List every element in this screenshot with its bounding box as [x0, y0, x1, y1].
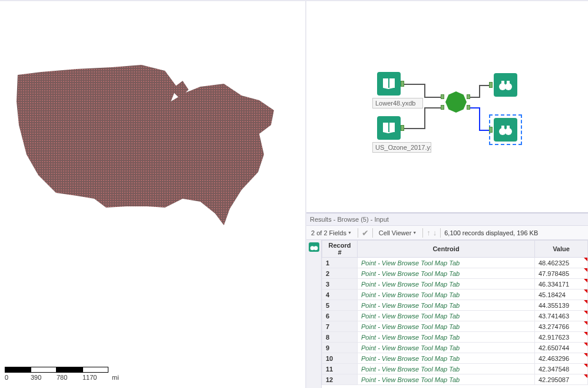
column-header-record[interactable]: Record # — [322, 241, 358, 258]
map-scale-bar: 0 390 780 1170 mi — [5, 367, 119, 384]
column-header-value[interactable]: Value — [535, 241, 588, 258]
browse-tool-top[interactable] — [494, 73, 517, 97]
svg-rect-4 — [501, 81, 504, 84]
table-row[interactable]: 9Point - View Browse Tool Map Tab42.6507… — [322, 343, 588, 353]
input-label-lower48: Lower48.yxdb — [372, 98, 423, 108]
jump-up-button[interactable]: ↑ — [427, 228, 431, 237]
connector — [479, 107, 480, 130]
input-label-usozone: US_Ozone_2017.yxdb — [372, 142, 431, 153]
connector — [470, 107, 480, 108]
browse-tool-bottom[interactable] — [494, 118, 517, 142]
table-row[interactable]: 3Point - View Browse Tool Map Tab46.3341… — [322, 279, 588, 290]
truncation-notch-icon — [584, 311, 587, 314]
value-cell[interactable]: 42.917623 — [535, 332, 588, 343]
value-cell[interactable]: 46.334171 — [535, 279, 588, 290]
truncation-notch-icon — [584, 321, 587, 325]
table-row[interactable]: 12Point - View Browse Tool Map Tab42.295… — [322, 374, 588, 385]
scale-tick-3: 1170 — [82, 374, 108, 381]
centroid-link: Point - View Browse Tool Map Tab — [361, 376, 460, 383]
scale-tick-0: 0 — [5, 374, 31, 381]
centroid-cell[interactable]: Point - View Browse Tool Map Tab — [358, 268, 535, 279]
centroid-cell[interactable]: Point - View Browse Tool Map Tab — [358, 300, 535, 311]
scale-tick-2: 780 — [57, 374, 82, 381]
record-number: 5 — [322, 300, 358, 311]
value-cell[interactable]: 43.741463 — [535, 311, 588, 321]
centroid-cell[interactable]: Point - View Browse Tool Map Tab — [358, 332, 535, 343]
column-header-centroid[interactable]: Centroid — [358, 241, 535, 258]
truncation-notch-icon — [584, 353, 587, 357]
binoculars-icon — [498, 79, 513, 91]
record-number: 1 — [322, 258, 358, 268]
truncation-notch-icon — [584, 364, 587, 367]
centroid-cell[interactable]: Point - View Browse Tool Map Tab — [358, 364, 535, 374]
value-cell[interactable]: 48.462325 — [535, 258, 588, 268]
centroid-link: Point - View Browse Tool Map Tab — [361, 366, 460, 373]
spatial-tool[interactable] — [445, 91, 467, 113]
centroid-link: Point - View Browse Tool Map Tab — [361, 259, 460, 267]
fields-dropdown[interactable]: 2 of 2 Fields ▼ — [309, 229, 354, 237]
connector — [479, 130, 489, 131]
value-cell[interactable]: 44.355139 — [535, 300, 588, 311]
value-cell[interactable]: 42.650744 — [535, 343, 588, 353]
table-row[interactable]: 6Point - View Browse Tool Map Tab43.7414… — [322, 311, 588, 321]
input-anchor-d[interactable] — [441, 105, 444, 110]
centroid-cell[interactable]: Point - View Browse Tool Map Tab — [358, 374, 535, 385]
record-number: 4 — [322, 290, 358, 300]
svg-rect-5 — [507, 81, 510, 84]
jump-down-button[interactable]: ↓ — [433, 228, 437, 237]
scale-unit: mi — [112, 374, 119, 381]
truncation-notch-icon — [584, 300, 587, 304]
fields-label: 2 of 2 Fields — [311, 229, 346, 236]
centroid-cell[interactable]: Point - View Browse Tool Map Tab — [358, 353, 535, 364]
input-anchor[interactable] — [489, 82, 493, 88]
connector — [404, 128, 425, 129]
input-tool-usozone[interactable] — [377, 116, 401, 140]
connector — [404, 84, 425, 85]
results-grid[interactable]: Record # Centroid Value 1Point - View Br… — [322, 240, 588, 388]
results-toolbar: 2 of 2 Fields ▼ ✔ Cell Viewer ▼ ↑ ↓ 6,10… — [306, 226, 588, 240]
centroid-cell[interactable]: Point - View Browse Tool Map Tab — [358, 343, 535, 353]
value-cell[interactable]: 47.978485 — [535, 268, 588, 279]
results-panel: Results - Browse (5) - Input 2 of 2 Fiel… — [306, 212, 588, 388]
input-tool-lower48[interactable] — [377, 72, 401, 96]
us-map-points — [6, 54, 289, 237]
value-cell[interactable]: 43.274766 — [535, 321, 588, 332]
connector — [424, 107, 425, 129]
svg-rect-9 — [507, 126, 510, 129]
value-cell[interactable]: 42.295087 — [535, 374, 588, 385]
centroid-cell[interactable]: Point - View Browse Tool Map Tab — [358, 290, 535, 300]
connector — [424, 84, 425, 97]
book-icon — [382, 121, 396, 134]
workflow-canvas[interactable]: Lower48.yxdb US_Ozone_2017.yxdb — [306, 0, 588, 212]
input-anchor-m[interactable] — [441, 94, 444, 99]
value-cell[interactable]: 45.18424 — [535, 290, 588, 300]
book-icon — [382, 77, 396, 90]
checkmark-icon[interactable]: ✔ — [362, 228, 369, 238]
centroid-cell[interactable]: Point - View Browse Tool Map Tab — [358, 258, 535, 268]
cellviewer-dropdown[interactable]: Cell Viewer ▼ — [376, 229, 419, 237]
table-row[interactable]: 4Point - View Browse Tool Map Tab45.1842… — [322, 290, 588, 300]
truncation-notch-icon — [584, 374, 587, 378]
input-anchor[interactable] — [489, 127, 493, 133]
map-area[interactable] — [0, 1, 305, 364]
table-row[interactable]: 10Point - View Browse Tool Map Tab42.463… — [322, 353, 588, 364]
centroid-cell[interactable]: Point - View Browse Tool Map Tab — [358, 279, 535, 290]
browse-indicator-icon — [309, 242, 319, 252]
table-row[interactable]: 5Point - View Browse Tool Map Tab44.3551… — [322, 300, 588, 311]
chevron-down-icon: ▼ — [348, 231, 352, 235]
truncation-notch-icon — [584, 268, 587, 272]
value-cell[interactable]: 42.347548 — [535, 364, 588, 374]
table-row[interactable]: 7Point - View Browse Tool Map Tab43.2747… — [322, 321, 588, 332]
record-number: 10 — [322, 353, 358, 364]
centroid-cell[interactable]: Point - View Browse Tool Map Tab — [358, 311, 535, 321]
truncation-notch-icon — [584, 343, 587, 346]
table-row[interactable]: 8Point - View Browse Tool Map Tab42.9176… — [322, 332, 588, 343]
truncation-notch-icon — [584, 290, 587, 293]
connector — [424, 97, 441, 98]
table-row[interactable]: 11Point - View Browse Tool Map Tab42.347… — [322, 364, 588, 374]
value-cell[interactable]: 42.463296 — [535, 353, 588, 364]
record-number: 7 — [322, 321, 358, 332]
centroid-cell[interactable]: Point - View Browse Tool Map Tab — [358, 321, 535, 332]
table-row[interactable]: 2Point - View Browse Tool Map Tab47.9784… — [322, 268, 588, 279]
table-row[interactable]: 1Point - View Browse Tool Map Tab48.4623… — [322, 258, 588, 268]
